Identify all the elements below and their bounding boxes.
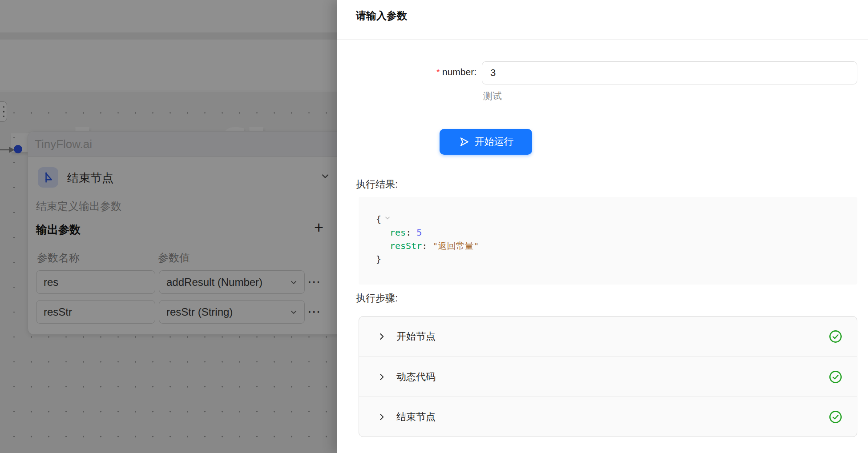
run-button[interactable]: 开始运行: [440, 129, 532, 155]
step-row-end-node[interactable]: 结束节点: [359, 397, 857, 437]
result-json-viewer: { res: 5 resStr: "返回常量" }: [359, 197, 857, 285]
chevron-right-icon: [377, 332, 387, 341]
required-asterisk: *: [436, 67, 440, 77]
number-input[interactable]: [482, 61, 857, 84]
step-label: 结束节点: [396, 410, 436, 424]
run-button-label: 开始运行: [475, 135, 514, 148]
step-label: 开始节点: [396, 330, 436, 343]
chevron-right-icon: [377, 372, 387, 382]
json-entry: resStr: "返回常量": [359, 239, 857, 253]
json-open-line: {: [359, 212, 857, 226]
run-play-icon: [458, 136, 470, 148]
divider: [337, 39, 868, 40]
success-check-icon: [828, 370, 843, 384]
app-root: Tinyflow TinyFlow.ai: [0, 0, 868, 453]
drawer-title: 请输入参数: [356, 9, 407, 23]
steps-collapse-panel: 开始节点 动态代码 结束节点: [359, 316, 857, 437]
chevron-right-icon: [377, 412, 387, 422]
number-field-label: *number:: [381, 67, 476, 77]
success-check-icon: [828, 329, 843, 344]
steps-label: 执行步骤:: [356, 292, 398, 305]
result-label: 执行结果:: [356, 178, 398, 191]
success-check-icon: [828, 410, 843, 424]
json-collapse-chevron-icon[interactable]: [384, 214, 391, 221]
flow-editor: Tinyflow TinyFlow.ai: [0, 0, 337, 453]
step-row-dynamic-code[interactable]: 动态代码: [359, 357, 857, 397]
run-params-drawer: 请输入参数 *number: 测试 开始运行 执行结果: { res: 5 re…: [337, 0, 868, 453]
step-row-start-node[interactable]: 开始节点: [359, 317, 857, 357]
drawer-mask[interactable]: [0, 0, 337, 453]
json-entry: res: 5: [359, 226, 857, 239]
number-field-extra: 测试: [483, 90, 502, 102]
json-close-line: }: [359, 253, 857, 266]
step-label: 动态代码: [396, 370, 436, 384]
